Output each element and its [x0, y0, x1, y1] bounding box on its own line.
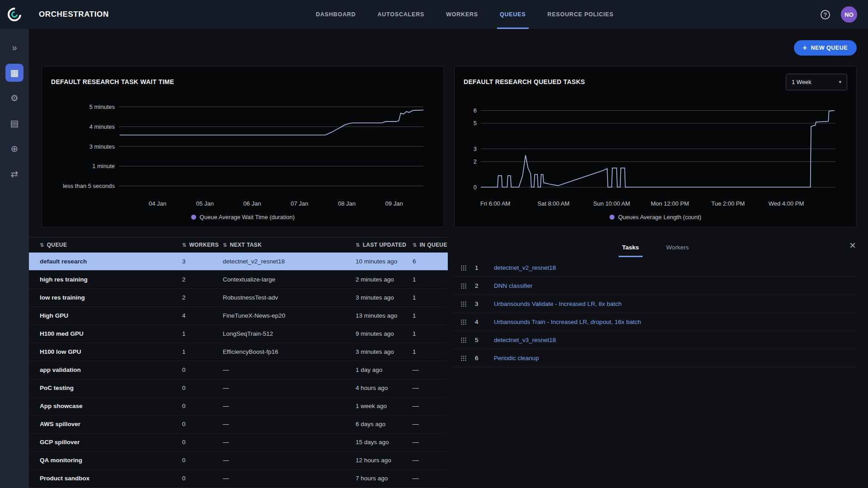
column-header-queue[interactable]: ⇅ QUEUE	[29, 242, 179, 248]
queue-in-queue: 1	[410, 294, 448, 301]
queue-row[interactable]: app validation0—1 day ago—	[29, 361, 448, 379]
drag-handle-icon[interactable]	[460, 301, 467, 307]
queued-tasks-legend: Queues Average Length (count)	[464, 214, 847, 221]
new-queue-button[interactable]: + NEW QUEUE	[794, 40, 857, 56]
queue-name: Product sandbox	[29, 475, 179, 482]
queue-last-updated: 10 minutes ago	[353, 258, 410, 265]
queue-next-task: —	[220, 475, 353, 482]
queue-last-updated: 1 week ago	[353, 403, 410, 409]
drag-handle-icon[interactable]	[460, 319, 467, 325]
drag-handle-icon[interactable]	[460, 283, 467, 289]
queue-next-task: —	[220, 385, 353, 391]
queue-workers: 0	[179, 421, 220, 427]
queue-row[interactable]: default research3detectnet_v2_resnet1810…	[29, 253, 448, 271]
tab-autoscalers[interactable]: AUTOSCALERS	[377, 0, 424, 29]
time-range-select[interactable]: 1 Week ▾	[786, 74, 847, 90]
help-icon[interactable]: ?	[821, 10, 830, 19]
queue-in-queue: 1	[410, 312, 448, 319]
drag-handle-icon[interactable]	[460, 337, 467, 343]
sort-icon: ⇅	[356, 242, 360, 248]
sidebar-item-workers[interactable]: ⚙	[4, 88, 25, 108]
queue-name: app validation	[29, 366, 179, 373]
queue-row[interactable]: low res training2RobustnessTest-adv3 min…	[29, 289, 448, 307]
svg-text:Fri 6:00 AM: Fri 6:00 AM	[480, 200, 510, 207]
queue-workers: 0	[179, 457, 220, 464]
queue-row[interactable]: GCP spillover0—15 days ago—	[29, 433, 448, 451]
queue-name: PoC testing	[29, 385, 179, 391]
task-number: 4	[475, 319, 485, 325]
task-list: 1detectnet_v2_resnet182DNN classifier3Ur…	[454, 259, 857, 367]
drag-handle-icon[interactable]	[460, 265, 467, 271]
task-link[interactable]: DNN classifier	[494, 282, 533, 289]
column-header-in-queue[interactable]: ⇅ IN QUEUE	[410, 242, 448, 248]
column-header-last-updated[interactable]: ⇅ LAST UPDATED	[353, 242, 410, 248]
queue-name: high res training	[29, 276, 179, 283]
navbar-right: ? NO	[821, 6, 857, 23]
tab-tasks[interactable]: Tasks	[619, 237, 643, 257]
queue-name: App showcase	[29, 403, 179, 409]
task-number: 1	[475, 264, 485, 271]
svg-text:4 minutes: 4 minutes	[89, 123, 115, 130]
task-number: 6	[475, 355, 485, 361]
task-number: 2	[475, 282, 485, 289]
sidebar-item-expand-sidebar[interactable]: »	[4, 37, 25, 58]
close-icon[interactable]: ×	[849, 240, 856, 251]
sidebar-item-datasets[interactable]: ▤	[4, 113, 25, 134]
task-link[interactable]: Urbansounds Train - Increased LR, dropou…	[494, 319, 641, 325]
tab-workers[interactable]: Workers	[662, 237, 692, 257]
task-row: 3Urbansounds Validate - Increased LR, 8x…	[454, 295, 857, 313]
queues-table: ⇅ QUEUE ⇅ WORKERS ⇅ NEXT TASK ⇅ LAST UPD…	[29, 237, 448, 488]
column-header-next-task[interactable]: ⇅ NEXT TASK	[220, 242, 353, 248]
queue-row[interactable]: QA monitoring0—12 hours ago—	[29, 451, 448, 469]
svg-text:5: 5	[474, 120, 477, 127]
task-row: 6Periodic cleanup	[454, 349, 857, 367]
wait-time-legend-label: Queue Average Wait Time (duration)	[200, 214, 295, 221]
queue-workers: 0	[179, 439, 220, 446]
task-link[interactable]: detectnet_v2_resnet18	[494, 264, 556, 271]
column-label-queue: QUEUE	[47, 242, 67, 248]
column-header-workers[interactable]: ⇅ WORKERS	[179, 242, 220, 248]
queue-row[interactable]: H100 low GPU1EfficiencyBoost-fp163 minut…	[29, 343, 448, 361]
queue-row[interactable]: high res training2Contextualize-large2 m…	[29, 271, 448, 289]
tab-resource-policies[interactable]: RESOURCE POLICIES	[548, 0, 614, 29]
queue-in-queue: —	[410, 457, 448, 464]
legend-dot-icon	[191, 215, 196, 220]
clearml-logo[interactable]	[0, 0, 29, 29]
tab-dashboard[interactable]: DASHBOARD	[316, 0, 356, 29]
tab-queues[interactable]: QUEUES	[500, 0, 526, 29]
queue-last-updated: 3 minutes ago	[353, 294, 410, 301]
queue-workers: 1	[179, 330, 220, 337]
svg-text:Sun 10:00 AM: Sun 10:00 AM	[593, 200, 630, 207]
svg-text:Wed 4:00 PM: Wed 4:00 PM	[769, 200, 804, 207]
queue-in-queue: —	[410, 366, 448, 373]
chevron-down-icon: ▾	[839, 79, 841, 85]
svg-text:08 Jan: 08 Jan	[338, 200, 356, 207]
avatar[interactable]: NO	[841, 6, 857, 23]
queue-in-queue: 1	[410, 330, 448, 337]
queue-next-task: EfficiencyBoost-fp16	[220, 348, 353, 355]
sidebar-item-pipelines[interactable]: ⇄	[4, 164, 25, 184]
queues-table-header: ⇅ QUEUE ⇅ WORKERS ⇅ NEXT TASK ⇅ LAST UPD…	[29, 237, 448, 253]
queue-in-queue: —	[410, 421, 448, 427]
tab-workers[interactable]: WORKERS	[446, 0, 478, 29]
sort-icon: ⇅	[182, 242, 187, 248]
queue-row[interactable]: High GPU4FineTuneX-News-ep2013 minutes a…	[29, 307, 448, 325]
sidebar: »▦⚙▤⊕⇄	[0, 29, 29, 488]
clearml-logo-icon	[5, 5, 24, 24]
drag-handle-icon[interactable]	[460, 355, 467, 361]
queue-workers: 2	[179, 294, 220, 301]
queue-row[interactable]: Product sandbox0—7 hours ago—	[29, 469, 448, 488]
task-link[interactable]: Urbansounds Validate - Increased LR, 8x …	[494, 300, 622, 307]
queue-last-updated: 12 hours ago	[353, 457, 410, 464]
queue-row[interactable]: App showcase0—1 week ago—	[29, 397, 448, 415]
queue-next-task: —	[220, 457, 353, 464]
queue-in-queue: 1	[410, 348, 448, 355]
task-link[interactable]: Periodic cleanup	[494, 355, 539, 361]
task-link[interactable]: detectnet_v3_resnet18	[494, 337, 556, 343]
sidebar-item-deployments[interactable]: ⊕	[4, 138, 25, 159]
queue-row[interactable]: PoC testing0—4 hours ago—	[29, 379, 448, 397]
queue-row[interactable]: AWS spillover0—6 days ago—	[29, 415, 448, 433]
sidebar-item-queues[interactable]: ▦	[4, 62, 25, 83]
queue-row[interactable]: H100 med GPU1LongSeqTrain-5129 minutes a…	[29, 325, 448, 343]
svg-text:0: 0	[474, 184, 477, 191]
